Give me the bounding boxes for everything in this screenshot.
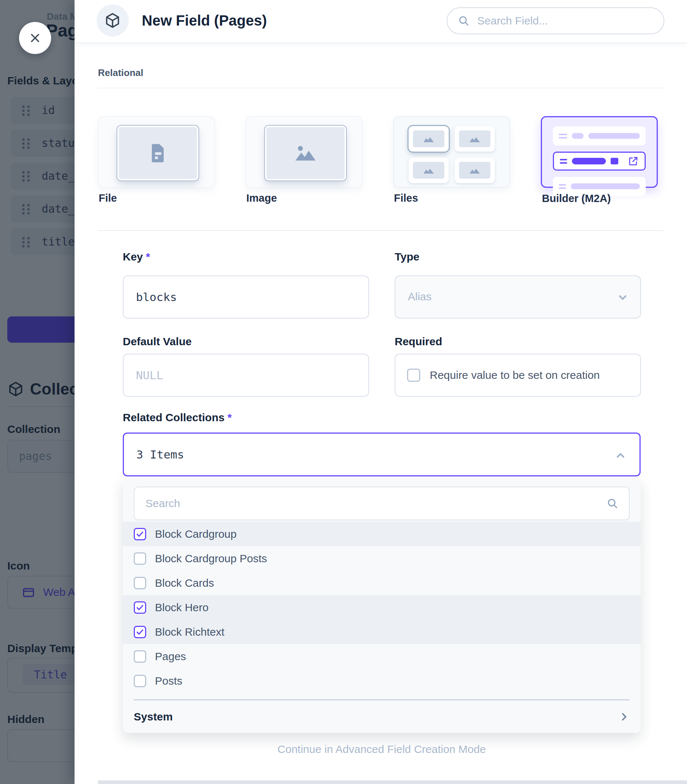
related-collections-label: Related Collections* xyxy=(123,412,232,424)
field-type-card-files[interactable]: Files xyxy=(393,116,510,188)
builder-row-active xyxy=(553,152,646,171)
field-type-card-image[interactable]: Image xyxy=(246,116,363,188)
drag-handle-icon xyxy=(559,184,566,189)
related-collections-value: 3 Items xyxy=(136,434,184,475)
card-label: Builder (M2A) xyxy=(542,192,611,205)
collection-option[interactable]: Block Cards xyxy=(123,571,641,595)
default-value-label: Default Value xyxy=(123,335,191,348)
divider xyxy=(134,699,629,700)
checkbox-icon[interactable] xyxy=(407,369,420,382)
checkbox-icon[interactable] xyxy=(134,528,146,540)
drawer-header: New Field (Pages) xyxy=(74,0,687,43)
mini-image-tile xyxy=(409,157,449,183)
checkbox-icon[interactable] xyxy=(134,650,146,663)
search-icon xyxy=(606,497,619,510)
card-label: Files xyxy=(394,192,418,204)
required-asterisk: * xyxy=(227,412,232,423)
collection-option[interactable]: Block Richtext xyxy=(123,620,641,644)
collection-option[interactable]: Block Cardgroup Posts xyxy=(123,546,641,571)
dropdown-search[interactable] xyxy=(134,487,629,520)
chevron-down-icon xyxy=(616,291,629,304)
drawer-title: New Field (Pages) xyxy=(142,0,267,41)
type-label: Type xyxy=(394,251,419,263)
field-type-card-builder-m2a[interactable]: Builder (M2A) xyxy=(541,116,658,188)
close-button[interactable] xyxy=(19,22,51,54)
field-search-input[interactable] xyxy=(477,14,653,28)
field-type-card-file[interactable]: File xyxy=(98,116,215,188)
checkbox-icon[interactable] xyxy=(134,553,146,565)
field-search[interactable] xyxy=(447,7,664,34)
divider xyxy=(98,88,664,89)
type-select[interactable]: Alias xyxy=(394,276,641,318)
builder-preview xyxy=(553,126,646,202)
mini-image-tile xyxy=(409,126,449,152)
key-label: Key* xyxy=(123,251,150,263)
new-field-drawer: New Field (Pages) Relational File Image … xyxy=(74,0,687,784)
required-checkbox-row[interactable]: Require value to be set on creation xyxy=(394,354,641,397)
type-select-value: Alias xyxy=(408,276,432,317)
advanced-mode-link[interactable]: Continue in Advanced Field Creation Mode xyxy=(123,743,641,756)
key-input[interactable] xyxy=(123,276,368,318)
collection-option[interactable]: Posts xyxy=(123,669,641,693)
close-icon xyxy=(28,31,42,45)
checkbox-icon[interactable] xyxy=(134,601,146,614)
open-in-new-icon xyxy=(628,156,639,167)
dropdown-search-input[interactable] xyxy=(145,497,600,510)
chevron-up-icon xyxy=(614,449,627,462)
files-thumbnails xyxy=(409,126,495,183)
required-checkbox-label: Require value to be set on creation xyxy=(430,369,600,381)
footer-divider xyxy=(98,780,687,784)
divider xyxy=(98,230,664,231)
required-asterisk: * xyxy=(146,251,150,262)
checkbox-icon[interactable] xyxy=(134,626,146,638)
drag-handle-icon xyxy=(560,159,567,164)
file-thumbnail xyxy=(117,126,199,180)
image-thumbnail xyxy=(265,126,346,180)
image-icon xyxy=(293,140,318,166)
checkbox-icon[interactable] xyxy=(134,675,146,687)
card-label: File xyxy=(99,192,117,204)
checkbox-icon[interactable] xyxy=(134,577,146,589)
key-input-wrap xyxy=(123,276,369,318)
required-label: Required xyxy=(394,335,442,348)
relational-section-label: Relational xyxy=(98,67,143,79)
drag-handle-icon xyxy=(559,134,567,138)
search-icon xyxy=(457,15,470,27)
system-group-row[interactable]: System xyxy=(123,704,641,729)
related-collections-dropdown: Block Cardgroup Block Cardgroup Posts Bl… xyxy=(123,477,641,733)
chevron-right-icon xyxy=(618,711,629,723)
mini-image-tile xyxy=(455,126,495,152)
card-label: Image xyxy=(246,192,277,204)
builder-row xyxy=(553,126,646,145)
collection-option[interactable]: Block Hero xyxy=(123,595,641,620)
collection-option[interactable]: Block Cardgroup xyxy=(123,522,641,546)
related-collections-select[interactable]: 3 Items xyxy=(123,433,641,476)
mini-image-tile xyxy=(455,157,495,183)
document-icon xyxy=(146,141,170,165)
collection-option[interactable]: Pages xyxy=(123,644,641,669)
default-value-input-wrap xyxy=(123,354,369,397)
default-value-input[interactable] xyxy=(123,354,368,396)
box-icon xyxy=(97,4,129,36)
